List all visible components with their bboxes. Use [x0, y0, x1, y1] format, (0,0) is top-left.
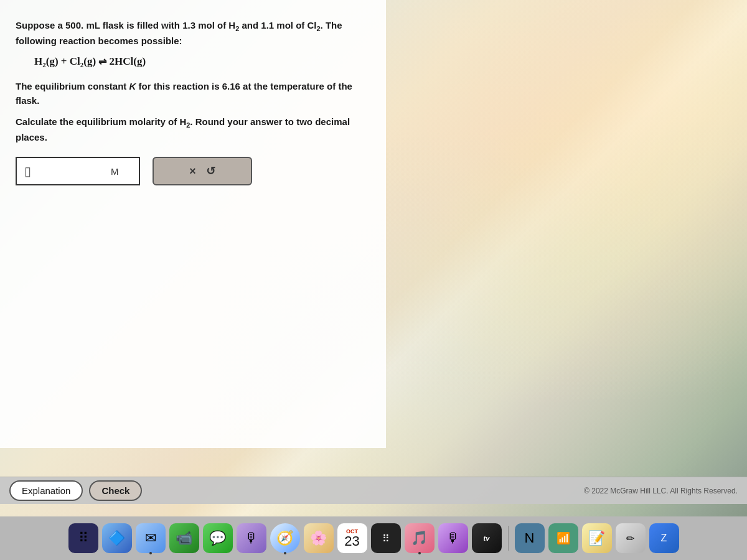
input-prefix-icon: ▯	[24, 164, 31, 179]
messages-icon: 💬	[209, 530, 226, 546]
dock-item-podcasts[interactable]: 🎙	[438, 523, 468, 553]
main-content: Suppose a 500. mL flask is filled with 1…	[0, 0, 747, 516]
dots-icon: ⠿	[382, 533, 390, 544]
dock-item-launchpad[interactable]: ⠿	[68, 523, 98, 553]
music-icon: 🎵	[411, 530, 428, 546]
intro-text: Suppose a 500. mL flask is filled with 1…	[16, 19, 370, 48]
dock-item-facetime[interactable]: 📹	[169, 523, 199, 553]
check-button[interactable]: Check	[89, 480, 142, 501]
dock-item-mail[interactable]: ✉	[136, 523, 166, 553]
content-panel: Suppose a 500. mL flask is filled with 1…	[0, 0, 386, 448]
podcasts-icon: 🎙	[446, 530, 460, 546]
x-icon: ×	[189, 165, 196, 178]
finder-icon: 🔷	[108, 530, 125, 546]
dock-item-textedit[interactable]: ✏	[616, 523, 646, 553]
calculate-text: Calculate the equilibrium molarity of H2…	[16, 115, 370, 144]
photos-icon: 🌸	[310, 530, 327, 546]
dock-item-notes[interactable]: 📝	[582, 523, 612, 553]
notes-icon: 📝	[588, 530, 605, 546]
textedit-icon: ✏	[626, 533, 634, 544]
copyright-text: © 2022 McGraw Hill LLC. All Rights Reser…	[584, 487, 738, 495]
constant-text: The equilibrium constant K for this reac…	[16, 80, 370, 108]
signal-icon: 📶	[557, 531, 570, 545]
dock-item-photos[interactable]: 🌸	[304, 523, 334, 553]
safari-icon: 🧭	[276, 530, 293, 546]
dock-item-vpn[interactable]: N	[515, 523, 545, 553]
unit-label: M	[111, 166, 119, 177]
dock-item-zoom[interactable]: Z	[649, 523, 679, 553]
chemical-equation: H2(g) + Cl2(g) ⇌ 2HCl(g)	[34, 55, 370, 68]
vpn-icon: N	[525, 530, 535, 546]
dock-item-calendar[interactable]: OCT 23	[337, 523, 367, 553]
dock-item-dots[interactable]: ⠿	[371, 523, 401, 553]
facetime-icon: 📹	[176, 530, 192, 546]
dock-item-music[interactable]: 🎵	[405, 523, 435, 553]
input-row: ▯ M × ↺	[16, 157, 370, 185]
answer-input[interactable]	[36, 166, 111, 177]
dock-item-signal[interactable]: 📶	[548, 523, 578, 553]
dock-item-finder[interactable]: 🔷	[102, 523, 132, 553]
explanation-button[interactable]: Explanation	[9, 480, 83, 501]
tv-label: tv	[484, 534, 490, 542]
footer-buttons-bar: Explanation Check © 2022 McGraw Hill LLC…	[0, 477, 747, 504]
grid-icon: ⠿	[78, 530, 88, 546]
dock-separator	[508, 526, 509, 551]
mail-icon: ✉	[145, 530, 156, 546]
siri-icon: 🎙	[245, 530, 258, 546]
dock-item-appletv[interactable]: tv	[472, 523, 502, 553]
action-buttons: × ↺	[153, 157, 252, 185]
dock: ⠿ 🔷 ✉ 📹 💬 🎙 🧭 🌸 OCT 23 ⠿ 🎵 🎙 tv	[0, 516, 747, 560]
dock-item-messages[interactable]: 💬	[203, 523, 233, 553]
answer-input-container[interactable]: ▯ M	[16, 157, 140, 185]
calendar-day: 23	[344, 534, 359, 548]
dock-item-safari[interactable]: 🧭	[270, 523, 300, 553]
clear-undo-button[interactable]: × ↺	[153, 157, 252, 185]
undo-icon: ↺	[206, 164, 215, 178]
dock-item-siri[interactable]: 🎙	[237, 523, 266, 553]
zoom-icon: Z	[661, 533, 667, 544]
